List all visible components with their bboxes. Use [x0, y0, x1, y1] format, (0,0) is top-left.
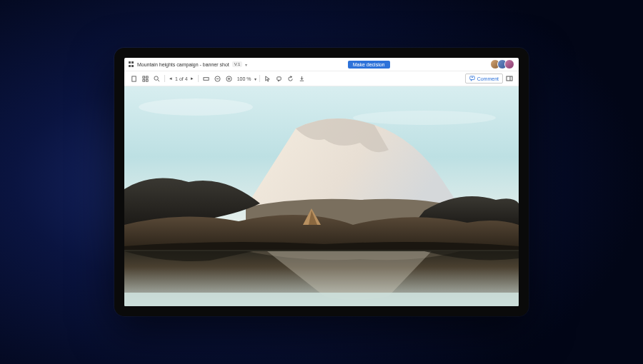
fit-width-icon[interactable] [201, 74, 211, 84]
grid-view-icon[interactable] [140, 74, 150, 84]
svg-rect-4 [146, 79, 148, 81]
divider [198, 75, 199, 82]
panel-icon[interactable] [504, 74, 514, 84]
image-viewport[interactable] [124, 86, 519, 306]
chevron-down-icon[interactable]: ▾ [254, 76, 256, 81]
tablet-frame: Mountain heights campaign - banner shot … [114, 48, 529, 316]
avatar[interactable] [504, 59, 514, 69]
toolbar: ◂ 1 of 4 ▸ 100 % ▾ [124, 71, 519, 86]
zoom-out-icon[interactable] [213, 74, 223, 84]
next-page-icon[interactable]: ▸ [189, 76, 195, 81]
annotate-icon[interactable] [274, 74, 284, 84]
download-icon[interactable] [297, 74, 307, 84]
app-window: Mountain heights campaign - banner shot … [124, 58, 519, 306]
make-decision-button[interactable]: Make decision [348, 61, 390, 69]
collaborator-avatars [490, 59, 514, 69]
comment-button[interactable]: Comment [465, 74, 503, 84]
svg-rect-0 [131, 76, 135, 81]
svg-rect-7 [204, 77, 209, 80]
svg-line-6 [157, 79, 159, 81]
svg-rect-13 [277, 76, 281, 80]
search-icon[interactable] [151, 74, 161, 84]
svg-rect-2 [146, 76, 148, 78]
svg-rect-23 [124, 293, 519, 306]
pointer-icon[interactable] [263, 74, 273, 84]
zoom-level[interactable]: 100 % [236, 76, 253, 81]
comment-icon [469, 76, 475, 81]
comment-label: Comment [477, 76, 499, 81]
apps-icon[interactable] [129, 61, 134, 67]
rotate-icon[interactable] [286, 74, 296, 84]
version-badge[interactable]: V.1 [232, 61, 242, 67]
title-bar: Mountain heights campaign - banner shot … [124, 58, 519, 71]
svg-point-21 [353, 111, 496, 125]
svg-point-5 [154, 76, 157, 79]
svg-point-20 [139, 98, 253, 116]
single-page-icon[interactable] [129, 74, 139, 84]
svg-rect-17 [507, 76, 512, 81]
pager-separator: of [179, 76, 184, 81]
svg-rect-1 [142, 76, 144, 78]
current-page: 1 [175, 76, 178, 81]
background: Mountain heights campaign - banner shot … [0, 0, 643, 364]
prev-page-icon[interactable]: ◂ [168, 76, 174, 81]
svg-rect-3 [142, 79, 144, 81]
page-navigator: ◂ 1 of 4 ▸ [168, 76, 195, 81]
chevron-down-icon[interactable]: ▾ [245, 62, 247, 67]
divider [164, 75, 165, 82]
document-title[interactable]: Mountain heights campaign - banner shot [137, 62, 229, 67]
mountain-image [124, 86, 519, 306]
divider [259, 75, 260, 82]
total-pages: 4 [185, 76, 188, 81]
zoom-in-icon[interactable] [224, 74, 234, 84]
